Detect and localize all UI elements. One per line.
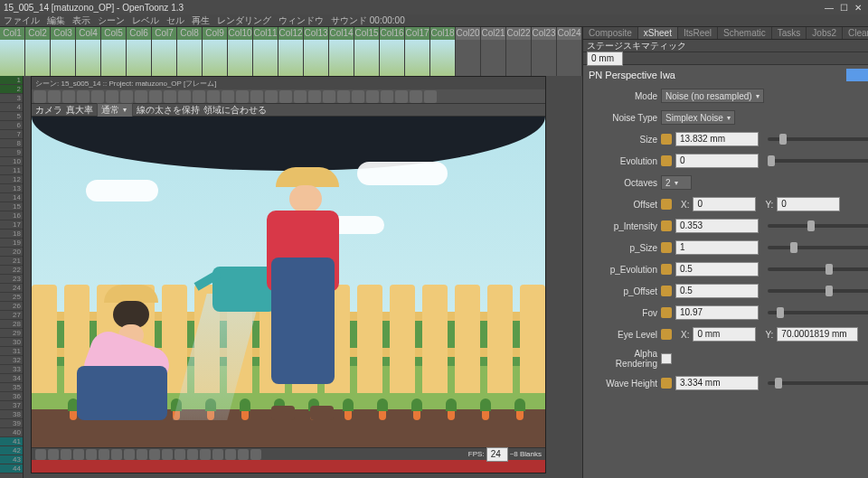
menu-level[interactable]: レベル — [132, 14, 159, 27]
tool-icon[interactable] — [352, 90, 364, 103]
frame-number[interactable]: 20 — [0, 248, 23, 257]
play-control-icon[interactable] — [99, 449, 109, 460]
tab-jobs[interactable]: Jobs2 — [807, 27, 843, 39]
column-header[interactable]: Col21 — [481, 27, 506, 40]
frame-number[interactable]: 8 — [0, 139, 23, 148]
tool-icon[interactable] — [381, 90, 393, 103]
frame-number[interactable]: 21 — [0, 257, 23, 266]
tool-icon[interactable] — [294, 90, 307, 103]
lock-icon[interactable] — [661, 199, 672, 210]
frame-number[interactable]: 22 — [0, 266, 23, 275]
play-control-icon[interactable] — [86, 449, 97, 460]
size-input[interactable]: 13.832 mm — [675, 132, 759, 146]
column-header[interactable]: Col20 — [456, 27, 481, 40]
column-thumb[interactable] — [51, 40, 76, 76]
column-thumb[interactable] — [532, 40, 557, 76]
column-thumb[interactable] — [152, 40, 177, 76]
column-thumb[interactable] — [228, 40, 253, 76]
tool-icon[interactable] — [193, 90, 205, 103]
tool-icon[interactable] — [33, 90, 46, 103]
lock-icon[interactable] — [661, 220, 672, 231]
menu-scene[interactable]: シーン — [98, 14, 125, 27]
frame-number[interactable]: 43 — [0, 455, 23, 464]
frame-number[interactable]: 28 — [0, 320, 23, 329]
p-offset-input[interactable]: 0.5 — [675, 284, 759, 298]
frame-column[interactable]: 1234567891011121314151617181920212223242… — [0, 76, 24, 478]
frame-number[interactable]: 35 — [0, 383, 23, 392]
frame-number[interactable]: 39 — [0, 419, 23, 428]
column-thumb[interactable] — [354, 40, 380, 76]
frame-number[interactable]: 31 — [0, 347, 23, 356]
play-control-icon[interactable] — [149, 449, 160, 460]
column-thumb[interactable] — [253, 40, 278, 76]
column-header[interactable]: Col12 — [278, 27, 304, 40]
play-control-icon[interactable] — [225, 449, 236, 460]
tool-icon[interactable] — [366, 90, 379, 103]
column-header[interactable]: Col13 — [304, 27, 329, 40]
tool-icon[interactable] — [395, 90, 408, 103]
evolution-input[interactable]: 0 — [675, 154, 759, 168]
viewer-titlebar[interactable]: シーン: 15_s005_14 :: Project: matuzono_OP … — [32, 77, 545, 89]
tool-icon[interactable] — [149, 90, 162, 103]
noise-type-select[interactable]: Simplex Noise — [661, 110, 735, 125]
column-header[interactable]: Col18 — [430, 27, 456, 40]
column-thumb[interactable] — [557, 40, 582, 76]
tool-icon[interactable] — [164, 90, 176, 103]
tab-schematic[interactable]: Schematic — [718, 27, 772, 39]
frame-number[interactable]: 25 — [0, 293, 23, 302]
column-thumb[interactable] — [101, 40, 127, 76]
column-thumb[interactable] — [430, 40, 456, 76]
fps-input[interactable]: 24 — [486, 447, 508, 462]
column-thumb[interactable] — [329, 40, 354, 76]
play-control-icon[interactable] — [137, 449, 147, 460]
minimize-button[interactable]: — — [823, 2, 835, 13]
tab-xsheet[interactable]: xSheet — [638, 27, 678, 39]
column-thumb[interactable] — [177, 40, 203, 76]
tool-icon[interactable] — [62, 90, 75, 103]
fx-preview-chip[interactable] — [846, 69, 868, 81]
tool-icon[interactable] — [308, 90, 321, 103]
tool-icon[interactable] — [236, 90, 249, 103]
tool-icon[interactable] — [91, 90, 104, 103]
frame-number[interactable]: 5 — [0, 112, 23, 121]
column-thumb[interactable] — [405, 40, 430, 76]
menu-window[interactable]: ウィンドウ — [278, 14, 324, 27]
p-offset-slider[interactable] — [768, 284, 868, 298]
tab-composite[interactable]: Composite — [583, 27, 638, 39]
fov-input[interactable]: 10.97 — [675, 305, 759, 320]
octaves-select[interactable]: 2 — [661, 175, 692, 190]
menu-play[interactable]: 再生 — [192, 14, 210, 27]
column-thumb[interactable] — [0, 40, 25, 76]
tool-icon[interactable] — [48, 90, 61, 103]
tool-icon[interactable] — [265, 90, 278, 103]
p-intensity-slider[interactable] — [768, 219, 868, 233]
frame-number[interactable]: 44 — [0, 464, 23, 473]
wave-height-input[interactable]: 3.334 mm — [675, 376, 759, 390]
frame-number[interactable]: 17 — [0, 220, 23, 230]
frame-number[interactable]: 29 — [0, 329, 23, 338]
column-header[interactable]: Col10 — [228, 27, 253, 40]
menu-cell[interactable]: セル — [166, 14, 184, 27]
frame-number[interactable]: 26 — [0, 302, 23, 311]
offset-y-input[interactable]: 0 — [777, 197, 840, 211]
tool-icon[interactable] — [77, 90, 90, 103]
lock-icon[interactable] — [661, 378, 672, 389]
menu-edit[interactable]: 編集 — [47, 14, 65, 27]
frame-number[interactable]: 19 — [0, 239, 23, 248]
p-evolution-slider[interactable] — [768, 262, 868, 276]
frame-number[interactable]: 30 — [0, 338, 23, 347]
column-header[interactable]: Col1 — [0, 27, 25, 40]
frame-number[interactable]: 15 — [0, 202, 23, 211]
frame-number[interactable]: 1 — [0, 76, 23, 85]
frame-number[interactable]: 18 — [0, 230, 23, 239]
play-control-icon[interactable] — [212, 449, 223, 460]
frame-number[interactable]: 41 — [0, 437, 23, 446]
p-evolution-input[interactable]: 0.5 — [675, 262, 759, 276]
column-header[interactable]: Col16 — [380, 27, 405, 40]
column-thumb[interactable] — [481, 40, 506, 76]
play-control-icon[interactable] — [162, 449, 173, 460]
play-control-icon[interactable] — [61, 449, 71, 460]
viewer-canvas[interactable] — [32, 117, 545, 447]
play-control-icon[interactable] — [175, 449, 185, 460]
menu-view[interactable]: 表示 — [72, 14, 90, 27]
